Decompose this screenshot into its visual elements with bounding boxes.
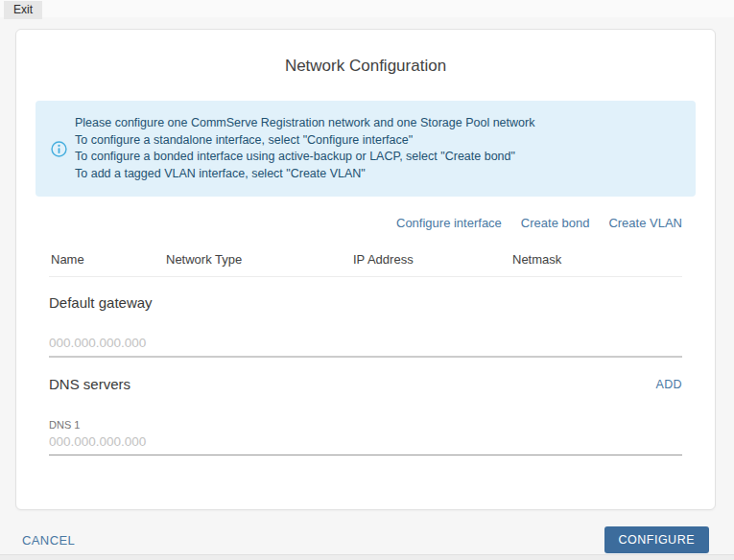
info-line-4: To add a tagged VLAN interface, select "… <box>75 166 534 183</box>
dns1-input[interactable] <box>49 434 682 455</box>
default-gateway-input[interactable] <box>49 336 682 358</box>
dns-servers-row: DNS servers ADD <box>49 377 682 392</box>
create-vlan-link[interactable]: Create VLAN <box>608 217 682 230</box>
column-header-ip-address: IP Address <box>353 252 512 268</box>
column-header-name: Name <box>51 252 166 268</box>
info-line-2: To configure a standalone interface, sel… <box>75 132 534 150</box>
table-divider <box>49 276 682 277</box>
network-table-header: Name Network Type IP Address Netmask <box>49 252 682 268</box>
dialog-footer: CANCEL CONFIGURE <box>0 526 734 553</box>
dialog-title: Network Configuration <box>16 57 715 76</box>
network-configuration-dialog: Network Configuration Please configure o… <box>15 29 716 510</box>
exit-button[interactable]: Exit <box>4 1 42 19</box>
top-bar: Exit <box>0 0 734 17</box>
interface-actions: Configure interface Create bond Create V… <box>49 217 682 230</box>
info-icon <box>51 141 67 157</box>
configure-button[interactable]: CONFIGURE <box>604 526 710 553</box>
default-gateway-label: Default gateway <box>49 295 682 311</box>
configure-interface-link[interactable]: Configure interface <box>396 217 502 230</box>
network-form: Configure interface Create bond Create V… <box>49 217 682 455</box>
cancel-button[interactable]: CANCEL <box>22 533 75 548</box>
info-line-1: Please configure one CommServe Registrat… <box>75 115 534 132</box>
info-banner: Please configure one CommServe Registrat… <box>36 101 696 197</box>
info-line-3: To configure a bonded interface using ac… <box>75 149 534 166</box>
window-edge <box>0 554 734 560</box>
add-dns-button[interactable]: ADD <box>655 378 682 391</box>
dns1-label: DNS 1 <box>49 419 682 431</box>
column-header-netmask: Netmask <box>512 252 682 268</box>
column-header-network-type: Network Type <box>166 252 353 268</box>
create-bond-link[interactable]: Create bond <box>521 217 590 230</box>
dns-servers-label: DNS servers <box>49 377 130 392</box>
info-text: Please configure one CommServe Registrat… <box>75 115 534 182</box>
